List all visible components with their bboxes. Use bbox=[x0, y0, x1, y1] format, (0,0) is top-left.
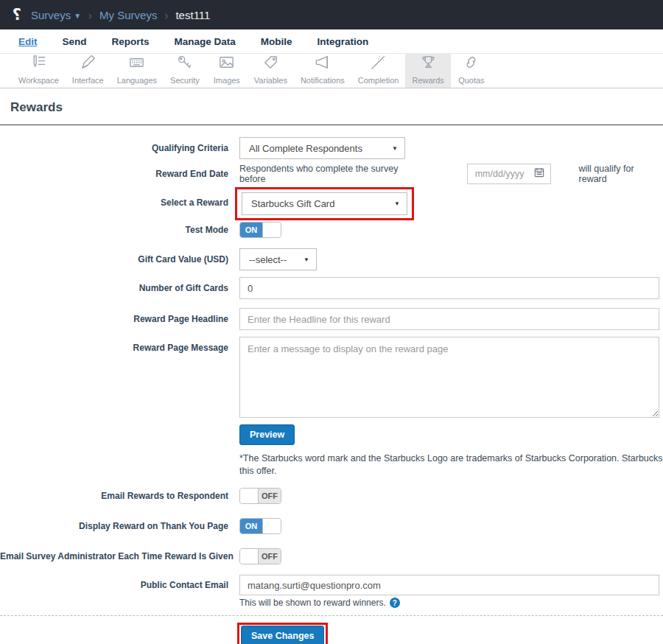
display-reward-row: Display Reward on Thank You Page ON bbox=[0, 518, 663, 534]
reward-page-headline-row: Reward Page Headline bbox=[0, 308, 663, 330]
test-mode-toggle[interactable]: ON bbox=[239, 222, 281, 238]
toggle-state-label: OFF bbox=[259, 489, 281, 503]
test-mode-label: Test Mode bbox=[0, 225, 228, 235]
select-reward-select[interactable]: Starbucks Gift Card ▼ bbox=[242, 192, 407, 215]
starbucks-disclaimer: *The Starbucks word mark and the Starbuc… bbox=[239, 452, 663, 477]
email-admin-toggle[interactable]: OFF bbox=[239, 548, 281, 564]
dashed-divider bbox=[0, 615, 663, 616]
select-caret-icon: ▼ bbox=[394, 200, 400, 207]
reward-page-message-textarea[interactable] bbox=[239, 337, 659, 418]
keyboard-icon bbox=[128, 54, 145, 74]
toggle-state-label: ON bbox=[240, 519, 262, 533]
public-contact-email-help: This will be shown to reward winners. ? bbox=[239, 598, 663, 608]
display-reward-toggle[interactable]: ON bbox=[239, 518, 281, 534]
number-of-gift-cards-row: Number of Gift Cards bbox=[0, 277, 663, 299]
public-contact-email-label: Public Contact Email bbox=[0, 580, 228, 590]
toolbar-item-completion[interactable]: Completion bbox=[351, 53, 406, 88]
select-caret-icon: ▼ bbox=[392, 145, 398, 152]
number-of-gift-cards-input[interactable] bbox=[239, 277, 659, 299]
breadcrumb-surveys[interactable]: Surveys▼ bbox=[31, 9, 81, 21]
toggle-knob bbox=[240, 549, 259, 564]
gift-card-value-row: Gift Card Value (USD) --select-- ▼ bbox=[0, 248, 663, 270]
toolbar-item-label: Interface bbox=[72, 76, 104, 85]
select-reward-row: Select a Reward Starbucks Gift Card ▼ bbox=[0, 187, 663, 220]
toolbar-item-quotas[interactable]: Quotas bbox=[451, 53, 492, 88]
toolbar-item-label: Notifications bbox=[301, 76, 345, 85]
reward-page-message-row: Reward Page Message bbox=[0, 337, 663, 418]
tab-reports[interactable]: Reports bbox=[112, 36, 150, 47]
breadcrumb-separator: › bbox=[88, 9, 92, 21]
reward-end-date-input[interactable]: mm/dd/yyyy bbox=[467, 164, 551, 184]
email-rewards-row: Email Rewards to Respondent OFF bbox=[0, 488, 663, 504]
preview-row: Preview bbox=[239, 424, 663, 445]
toggle-state-label: ON bbox=[240, 223, 262, 237]
qualifying-criteria-select[interactable]: All Complete Respondents ▼ bbox=[239, 137, 405, 159]
date-placeholder: mm/dd/yyyy bbox=[475, 169, 525, 179]
chevron-down-icon: ▼ bbox=[74, 12, 81, 20]
qualifying-criteria-label: Qualifying Criteria bbox=[0, 143, 228, 153]
toggle-knob bbox=[262, 223, 281, 237]
toolbar-item-label: Images bbox=[214, 76, 240, 85]
breadcrumb-survey-name[interactable]: test111 bbox=[175, 9, 210, 21]
display-reward-label: Display Reward on Thank You Page bbox=[0, 521, 228, 531]
help-text: This will be shown to reward winners. bbox=[239, 598, 386, 608]
qualifying-criteria-value: All Complete Respondents bbox=[249, 143, 362, 154]
toolbar-item-images[interactable]: Images bbox=[206, 53, 248, 88]
top-bar: ? Surveys▼ › My Surveys › test111 bbox=[0, 0, 663, 29]
reward-page-message-label: Reward Page Message bbox=[0, 337, 228, 353]
gift-card-value-select[interactable]: --select-- ▼ bbox=[239, 248, 317, 270]
tab-edit[interactable]: Edit bbox=[18, 36, 38, 47]
highlight-box-select-reward: Starbucks Gift Card ▼ bbox=[235, 187, 414, 220]
preview-button[interactable]: Preview bbox=[239, 424, 295, 445]
toolbar-item-workspace[interactable]: Workspace bbox=[12, 53, 66, 88]
main-nav: Edit Send Reports Manage Data Mobile Int… bbox=[0, 29, 663, 54]
public-contact-email-input[interactable] bbox=[239, 575, 659, 595]
image-icon bbox=[218, 54, 235, 74]
test-mode-row: Test Mode ON bbox=[0, 222, 663, 238]
tab-send[interactable]: Send bbox=[63, 36, 87, 47]
breadcrumb-my-surveys[interactable]: My Surveys bbox=[99, 9, 157, 21]
save-changes-button[interactable]: Save Changes bbox=[241, 626, 324, 644]
trophy-icon bbox=[420, 54, 437, 74]
toolbar-item-variables[interactable]: Variables bbox=[248, 53, 294, 88]
toolbar-item-notifications[interactable]: Notifications bbox=[294, 53, 351, 88]
toolbar-item-languages[interactable]: Languages bbox=[110, 53, 164, 88]
questionpro-logo-icon[interactable]: ? bbox=[10, 6, 24, 24]
wand-icon bbox=[370, 54, 387, 74]
toolbar-item-label: Workspace bbox=[18, 76, 59, 85]
gift-card-value-label: Gift Card Value (USD) bbox=[0, 254, 228, 265]
toolbar-item-interface[interactable]: Interface bbox=[66, 53, 110, 88]
toggle-state-label: OFF bbox=[259, 549, 281, 564]
breadcrumb-surveys-label: Surveys bbox=[31, 9, 71, 21]
select-reward-label: Select a Reward bbox=[0, 187, 228, 208]
toolbar-item-security[interactable]: Security bbox=[164, 53, 206, 88]
chain-icon bbox=[463, 54, 480, 74]
tab-integration[interactable]: Integration bbox=[318, 36, 369, 47]
edit-toolbar: Workspace Interface Languages Security I… bbox=[0, 54, 663, 88]
public-contact-email-row: Public Contact Email bbox=[0, 575, 663, 595]
toolbar-item-label: Rewards bbox=[412, 76, 443, 85]
reward-page-headline-label: Reward Page Headline bbox=[0, 314, 228, 324]
select-reward-value: Starbucks Gift Card bbox=[251, 198, 334, 209]
reward-end-date-row: Reward End Date Respondents who complete… bbox=[0, 164, 663, 184]
select-caret-icon: ▼ bbox=[304, 256, 309, 263]
gift-card-value-value: --select-- bbox=[249, 254, 287, 265]
number-of-gift-cards-label: Number of Gift Cards bbox=[0, 283, 228, 293]
breadcrumb-separator: › bbox=[164, 9, 168, 21]
toggle-knob bbox=[240, 489, 259, 503]
tab-mobile[interactable]: Mobile bbox=[261, 36, 292, 47]
calendar-icon[interactable] bbox=[534, 167, 544, 181]
toolbar-item-rewards[interactable]: Rewards bbox=[405, 53, 450, 88]
email-rewards-label: Email Rewards to Respondent bbox=[0, 491, 228, 501]
page-title: Rewards bbox=[10, 100, 663, 115]
email-admin-row: Email Survey Administrator Each Time Rew… bbox=[0, 548, 663, 564]
toolbar-item-label: Languages bbox=[117, 76, 157, 85]
reward-end-date-label: Reward End Date bbox=[0, 169, 228, 179]
tab-manage-data[interactable]: Manage Data bbox=[175, 36, 236, 47]
help-question-icon[interactable]: ? bbox=[390, 598, 400, 608]
pen-list-icon bbox=[30, 54, 47, 74]
reward-end-date-suffix: will qualify for reward bbox=[579, 164, 663, 184]
qualifying-criteria-row: Qualifying Criteria All Complete Respond… bbox=[0, 137, 663, 159]
email-rewards-toggle[interactable]: OFF bbox=[239, 488, 281, 504]
reward-page-headline-input[interactable] bbox=[239, 308, 659, 330]
